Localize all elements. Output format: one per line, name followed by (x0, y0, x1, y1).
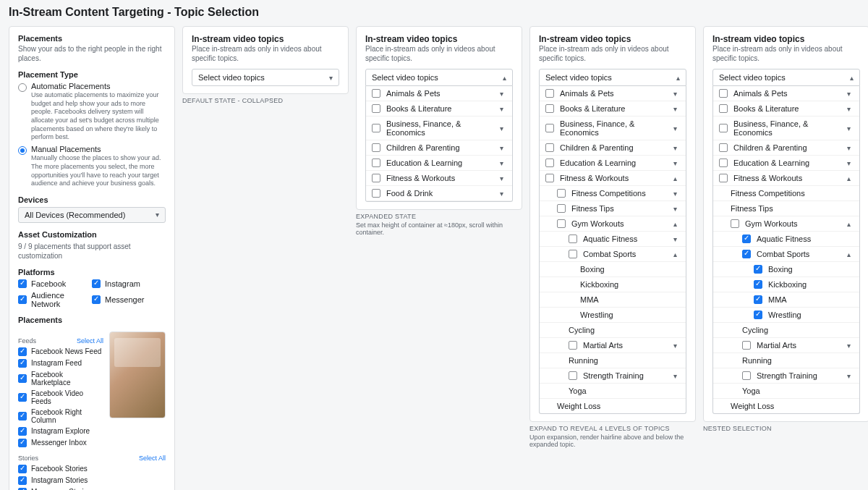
topic-row[interactable]: Books & Literature▾ (366, 101, 512, 116)
topic-row[interactable]: Education & Learning▾ (713, 155, 859, 170)
checkbox[interactable] (719, 124, 728, 132)
chevron-down-icon[interactable]: ▾ (496, 105, 506, 113)
chevron-down-icon[interactable]: ▾ (496, 174, 506, 182)
checkbox[interactable] (742, 250, 751, 258)
topic-select-collapsed[interactable]: Select video topics ▾ (192, 69, 339, 86)
topic-row-leaf[interactable]: Weight Loss (713, 398, 859, 413)
topic-row[interactable]: Children & Parenting▾ (366, 140, 512, 155)
topic-row[interactable]: Animals & Pets▾ (713, 86, 859, 101)
devices-select[interactable]: All Devices (Recommended) ▾ (18, 207, 166, 223)
checkbox[interactable] (719, 159, 728, 167)
chevron-down-icon[interactable]: ▾ (843, 124, 854, 132)
topic-row[interactable]: Gym Workouts▴ (540, 216, 686, 231)
topic-row-leaf[interactable]: Fitness Tips (713, 200, 859, 216)
checkbox[interactable] (719, 89, 728, 98)
platform-facebook[interactable]: Facebook (18, 279, 92, 288)
placement-item[interactable]: Messenger Stories (18, 486, 166, 490)
chevron-down-icon[interactable]: ▾ (670, 235, 680, 243)
placement-item[interactable]: Messenger Inbox (18, 437, 103, 449)
topic-row[interactable]: Combat Sports▴ (713, 246, 859, 261)
chevron-up-icon[interactable]: ▴ (670, 220, 680, 228)
topic-row-leaf[interactable]: Boxing (713, 261, 859, 276)
radio-manual-dot[interactable] (18, 146, 27, 155)
checkbox[interactable] (754, 295, 762, 304)
checkbox[interactable] (18, 427, 27, 436)
checkbox[interactable] (372, 159, 380, 167)
topic-row[interactable]: Books & Literature▾ (540, 101, 686, 116)
topic-row[interactable]: Games, Puzzles, & Play▾ (366, 200, 512, 202)
checkbox[interactable] (742, 371, 751, 380)
topic-row-leaf[interactable]: Wrestling (713, 307, 859, 322)
checkbox[interactable] (18, 279, 27, 288)
checkbox[interactable] (372, 189, 380, 198)
checkbox[interactable] (742, 341, 751, 350)
checkbox[interactable] (545, 143, 554, 152)
checkbox[interactable] (719, 143, 728, 152)
topic-row-leaf[interactable]: Running (713, 352, 859, 368)
topic-row-leaf[interactable]: Running (540, 352, 686, 368)
placement-item[interactable]: Instagram Feed (18, 358, 103, 369)
chevron-down-icon[interactable]: ▾ (670, 105, 680, 113)
checkbox[interactable] (719, 174, 728, 182)
platform-audience-network[interactable]: Audience Network (18, 291, 92, 308)
topics-panel-deep[interactable]: Animals & Pets▾Books & Literature▾Busine… (539, 86, 686, 414)
placement-item[interactable]: Instagram Explore (18, 426, 103, 437)
topic-row-leaf[interactable]: Wrestling (540, 307, 686, 322)
topic-row[interactable]: Fitness Tips▾ (540, 200, 686, 216)
checkbox[interactable] (18, 359, 27, 368)
topic-row-leaf[interactable]: Aquatic Fitness (713, 231, 859, 246)
checkbox[interactable] (754, 311, 762, 319)
checkbox[interactable] (372, 104, 380, 113)
checkbox[interactable] (92, 295, 101, 304)
chevron-down-icon[interactable]: ▾ (670, 159, 680, 167)
radio-auto-dot[interactable] (18, 83, 27, 92)
checkbox[interactable] (545, 174, 554, 182)
topic-row[interactable]: Fitness & Workouts▴ (540, 170, 686, 185)
chevron-up-icon[interactable]: ▴ (670, 250, 680, 258)
topic-row-leaf[interactable]: Cycling (713, 322, 859, 337)
topic-select-nested[interactable]: Select video topics ▴ (712, 69, 860, 86)
topic-row-leaf[interactable]: Fitness Competitions (713, 185, 859, 200)
topic-row-leaf[interactable]: Cycling (540, 322, 686, 337)
checkbox[interactable] (754, 280, 762, 289)
select-all-link[interactable]: Select All (77, 337, 103, 345)
checkbox[interactable] (569, 371, 577, 380)
topic-row[interactable]: Animals & Pets▾ (366, 86, 512, 101)
checkbox[interactable] (18, 439, 27, 447)
checkbox[interactable] (372, 143, 380, 152)
chevron-down-icon[interactable]: ▾ (843, 90, 854, 98)
chevron-down-icon[interactable]: ▾ (496, 144, 506, 152)
chevron-down-icon[interactable]: ▾ (496, 90, 506, 98)
topic-row-leaf[interactable]: Kickboxing (540, 276, 686, 292)
chevron-up-icon[interactable]: ▴ (843, 250, 854, 258)
checkbox[interactable] (545, 124, 554, 132)
chevron-up-icon[interactable]: ▴ (843, 174, 854, 182)
chevron-down-icon[interactable]: ▾ (670, 190, 680, 198)
checkbox[interactable] (557, 204, 566, 213)
checkbox[interactable] (92, 279, 101, 288)
checkbox[interactable] (754, 265, 762, 274)
chevron-down-icon[interactable]: ▾ (496, 124, 506, 132)
topic-row[interactable]: Gym Workouts▴ (713, 216, 859, 231)
topic-row-leaf[interactable]: Weight Loss (540, 398, 686, 413)
chevron-down-icon[interactable]: ▾ (843, 342, 854, 350)
topic-row[interactable]: Strength Training▾ (713, 368, 859, 383)
topic-row-leaf[interactable]: Boxing (540, 261, 686, 276)
topic-row[interactable]: Fitness Competitions▾ (540, 185, 686, 200)
checkbox[interactable] (545, 104, 554, 113)
chevron-down-icon[interactable]: ▾ (843, 159, 854, 167)
chevron-down-icon[interactable]: ▾ (670, 90, 680, 98)
checkbox[interactable] (18, 347, 27, 356)
checkbox[interactable] (372, 89, 380, 98)
topic-row[interactable]: Education & Learning▾ (540, 155, 686, 170)
topic-row[interactable]: Combat Sports▴ (540, 246, 686, 261)
checkbox[interactable] (557, 219, 566, 228)
topic-row[interactable]: Books & Literature▾ (713, 101, 859, 116)
chevron-down-icon[interactable]: ▾ (670, 342, 680, 350)
checkbox[interactable] (372, 124, 380, 132)
checkbox[interactable] (545, 159, 554, 167)
topics-panel[interactable]: Animals & Pets▾Books & Literature▾Busine… (365, 86, 513, 202)
topic-row[interactable]: Fitness & Workouts▾ (366, 170, 512, 185)
topic-row[interactable]: Business, Finance, & Economics▾ (366, 116, 512, 140)
topic-select-expanded[interactable]: Select video topics ▴ (365, 69, 513, 86)
